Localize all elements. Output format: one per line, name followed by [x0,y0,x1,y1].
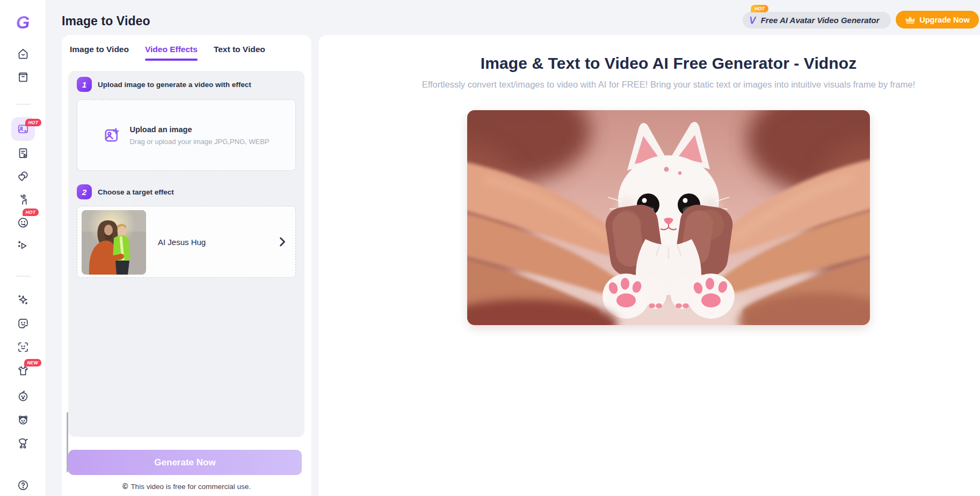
tool-panel: Image to Video Video Effects Text to Vid… [62,35,311,496]
upgrade-label: Upgrade Now [919,16,969,24]
add-image-icon [103,126,121,145]
jesus-hug-thumbnail [82,210,146,275]
step2-number-badge: 2 [77,184,92,199]
sidebar-item-home[interactable] [17,47,30,60]
step1-number-badge: 1 [77,77,92,92]
license-note: ©This video is free for commercial use. [62,482,311,491]
generate-now-button[interactable]: Generate Now [68,450,302,475]
face-scan-icon [17,341,30,354]
effect-label: AI Jesus Hug [158,238,206,247]
sidebar-item-projects[interactable] [17,70,30,83]
vidnoz-image-to-video-page: G HOT [0,0,980,496]
upload-hint: Drag or upload your image JPG,PNG, WEBP [129,138,269,146]
tab-text-to-video[interactable]: Text to Video [214,45,265,65]
promo-label: Free AI Avatar Video Generator [761,16,880,25]
sidebar-item-ai-dance[interactable] [17,193,30,206]
effect-selector-ai-jesus-hug[interactable]: AI Jesus Hug [77,206,296,278]
vidnoz-logo[interactable]: G [13,13,33,32]
text-to-video-doc-icon [17,147,30,160]
sidebar-divider [16,104,31,105]
kitten-preview-image [467,110,870,325]
sidebar-item-ai-tools[interactable] [17,293,30,306]
sidebar-item-talking-face[interactable]: HOT [17,216,30,229]
upgrade-now-button[interactable]: Upgrade Now [896,11,979,28]
sidebar-item-ai-kids[interactable] [17,413,30,426]
sidebar-divider [16,276,31,277]
hot-badge: HOT [25,119,42,126]
sidebar-item-image-to-video[interactable]: HOT [11,117,35,141]
sidebar-item-video-effects[interactable] [17,239,30,252]
upload-dropzone[interactable]: Upload an image Drag or upload your imag… [77,99,296,171]
sticker-face-icon [17,317,30,330]
sidebar-item-ai-baby-generator[interactable] [17,390,30,402]
step1-title: Upload image to generate a video with ef… [98,81,251,89]
main-content: Image & Text to Video AI Free Generator … [318,35,980,496]
steps-panel: 1 Upload image to generate a video with … [68,71,304,437]
panel-tabs: Image to Video Video Effects Text to Vid… [62,35,311,65]
copyright-icon: © [122,482,128,491]
ai-dance-person-icon [17,193,30,206]
talking-face-icon [17,216,30,229]
vidnoz-v-icon: V [749,15,756,26]
page-title: Image to Video [62,14,150,28]
video-effects-play-icon [17,239,30,252]
effect-thumbnail [82,210,146,275]
ai-baby-face-icon [17,390,30,402]
license-note-text: This video is free for commercial use. [130,483,251,491]
new-badge: NEW [24,359,41,366]
sidebar-item-text-to-video[interactable] [17,147,30,160]
sidebar: G HOT [0,0,46,496]
step2-header: 2 Choose a target effect [77,184,296,199]
step2-title: Choose a target effect [98,188,174,196]
hot-badge: HOT [23,209,39,216]
tab-image-to-video[interactable]: Image to Video [70,45,129,65]
step1-header: 1 Upload image to generate a video with … [77,77,296,92]
sidebar-item-ai-clothes[interactable]: NEW [17,364,30,377]
promo-banner[interactable]: V Free AI Avatar Video Generator [743,12,891,28]
main-subheading: Effortlessly convert text/images to vide… [357,80,980,90]
baby-stroller-icon [17,437,30,450]
sidebar-item-baby-generator-stroller[interactable] [17,437,30,450]
ai-tools-sparkles-icon [17,293,30,306]
sidebar-item-face-analyzer[interactable] [17,341,30,354]
tab-video-effects[interactable]: Video Effects [145,45,198,65]
sidebar-item-face-swap[interactable] [17,170,30,183]
chevron-right-icon [279,237,286,247]
home-icon [17,47,30,60]
face-swap-hearts-icon [17,170,30,183]
main-heading: Image & Text to Video AI Free Generator … [357,35,980,73]
crown-icon [905,16,916,24]
projects-box-icon [17,70,30,83]
sidebar-item-help[interactable] [17,479,30,492]
ai-girl-face-icon [17,413,30,426]
help-question-icon [17,479,30,492]
sidebar-item-sticker-maker[interactable] [17,317,30,330]
promo-hot-badge: HOT [751,5,768,12]
upload-title: Upload an image [129,125,269,134]
preview-video-frame[interactable] [467,110,870,325]
